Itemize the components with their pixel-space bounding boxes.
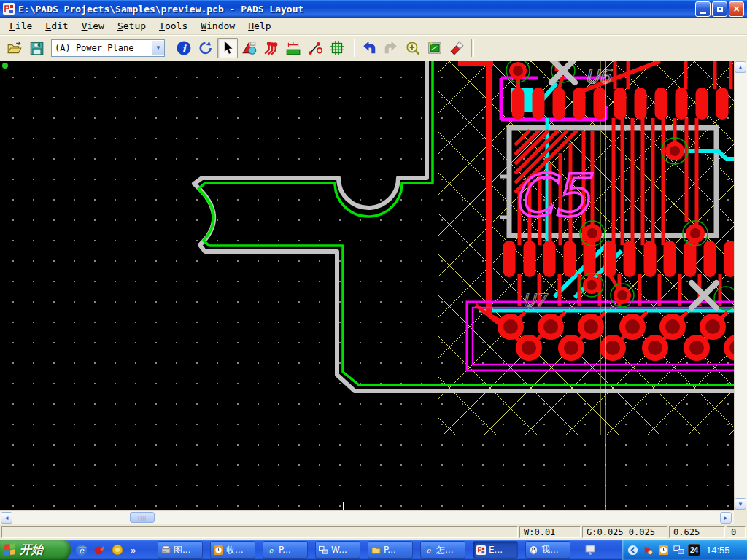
app-icon	[3, 3, 15, 15]
menu-file[interactable]: File	[3, 18, 39, 34]
design-toolbar-icon	[241, 40, 258, 56]
smd-pad[interactable]	[524, 241, 536, 277]
route-toolbar-button[interactable]	[261, 38, 282, 58]
combo-dropdown-icon[interactable]: ▼	[152, 41, 164, 55]
restore-button[interactable]	[712, 1, 727, 17]
smd-pad[interactable]	[573, 88, 586, 120]
horizontal-scroll-thumb[interactable]: ||||	[130, 512, 155, 523]
eraser-icon	[449, 40, 465, 56]
scroll-down-button[interactable]: ▼	[735, 498, 746, 510]
qq-icon	[529, 545, 538, 555]
quicklaunch-overflow-button[interactable]: »	[129, 545, 137, 556]
eco-toolbar-button[interactable]	[327, 38, 347, 58]
menu-tools[interactable]: Tools	[152, 18, 194, 34]
task-buttons: 图...收...eP...W...P...e怎...E...我...	[158, 541, 570, 559]
restore-icon	[717, 7, 723, 12]
smd-pad[interactable]	[644, 241, 657, 277]
via-hole	[617, 290, 627, 300]
drill-hole	[648, 341, 662, 355]
menu-window[interactable]: Window	[194, 18, 241, 34]
network-icon	[319, 545, 328, 555]
menu-edit[interactable]: Edit	[39, 18, 74, 34]
tray-red-app-icon[interactable]	[642, 544, 654, 556]
smd-pad[interactable]	[655, 88, 667, 120]
menu-setup[interactable]: Setup	[111, 18, 152, 34]
start-button[interactable]: 开始	[0, 540, 71, 560]
zoom-button[interactable]	[403, 38, 423, 58]
eco-toolbar-icon	[329, 40, 345, 56]
smd-pad[interactable]	[553, 88, 565, 120]
tray-calendar-icon[interactable]: 24	[688, 544, 700, 556]
taskbar-task-4[interactable]: W...	[315, 541, 360, 559]
pcb-canvas[interactable]: U6C5U7	[0, 61, 734, 510]
ref-designator-c5: C5	[512, 162, 593, 230]
hide-icons-chevron-icon[interactable]	[627, 544, 638, 556]
layer-combo[interactable]: (A) Power Plane ▼	[51, 39, 165, 57]
vertical-scrollbar[interactable]: ▲ ▼	[734, 61, 747, 510]
smd-pad[interactable]	[704, 241, 716, 277]
redo-button[interactable]	[381, 38, 401, 58]
language-indicator-icon[interactable]	[584, 543, 597, 556]
taskbar-task-3[interactable]: eP...	[263, 541, 308, 559]
zoom-icon	[405, 40, 421, 56]
smd-pad[interactable]	[594, 88, 606, 120]
taskbar-task-1[interactable]: 图...	[158, 541, 203, 559]
minimize-button[interactable]	[695, 1, 711, 17]
tray-clock-time: 14:55	[706, 545, 730, 556]
taskbar-task-7[interactable]: E...	[473, 541, 518, 559]
ie-quicklaunch-icon[interactable]: e	[74, 543, 88, 556]
drafting-toolbar-button[interactable]	[305, 38, 325, 58]
taskbar-task-8[interactable]: 我...	[525, 541, 570, 559]
media-player-quicklaunch-icon[interactable]	[93, 543, 106, 556]
tray-clock-icon[interactable]	[657, 544, 669, 556]
taskbar-task-2[interactable]: 收...	[210, 541, 255, 559]
smd-pad[interactable]	[724, 241, 735, 277]
scroll-left-button[interactable]: ◄	[1, 512, 12, 524]
smd-pad[interactable]	[624, 241, 636, 277]
image-icon	[161, 545, 171, 555]
redraw-button[interactable]	[196, 38, 216, 58]
open-button[interactable]	[4, 38, 25, 58]
smd-pad[interactable]	[564, 241, 576, 277]
smd-pad[interactable]	[614, 88, 627, 120]
smd-pad[interactable]	[503, 241, 516, 277]
undo-icon	[361, 40, 377, 56]
smd-pad[interactable]	[676, 88, 688, 120]
via-hole	[670, 146, 680, 156]
smd-pad[interactable]	[635, 88, 647, 120]
svg-text:x: x	[292, 40, 295, 45]
taskbar-task-6[interactable]: e怎...	[420, 541, 465, 559]
horizontal-scrollbar[interactable]: ◄ |||| ►	[0, 510, 734, 524]
taskbar-task-5[interactable]: P...	[368, 541, 413, 559]
toolbar-separator	[471, 39, 474, 57]
smd-pad[interactable]	[543, 241, 556, 277]
yellow-app-quicklaunch-icon[interactable]	[111, 543, 124, 556]
eraser-button[interactable]	[446, 38, 467, 58]
dimension-toolbar-button[interactable]: x	[283, 38, 303, 58]
smd-pad[interactable]	[664, 241, 676, 277]
via-hole	[587, 280, 597, 290]
smd-pad[interactable]	[512, 88, 525, 120]
save-button[interactable]	[26, 38, 47, 58]
smd-pad[interactable]	[696, 88, 708, 120]
selection-mode-button[interactable]	[217, 38, 238, 58]
menu-view[interactable]: View	[75, 18, 111, 34]
menu-help[interactable]: Help	[241, 18, 277, 34]
scroll-up-button[interactable]: ▲	[735, 61, 746, 73]
close-button[interactable]: ×	[729, 1, 744, 17]
layer-combo-value: (A) Power Plane	[52, 43, 152, 53]
task-label: 图...	[174, 544, 190, 556]
smd-pad[interactable]	[716, 88, 729, 120]
info-button[interactable]: i	[174, 38, 194, 58]
scroll-right-button[interactable]: ►	[720, 512, 732, 524]
smd-pad[interactable]	[533, 88, 545, 120]
undo-button[interactable]	[359, 38, 379, 58]
titlebar: E:\PADS Projects\Samples\preview.pcb - P…	[0, 0, 747, 18]
start-label: 开始	[20, 542, 43, 558]
windows-logo-icon	[4, 543, 16, 556]
tray-network-icon[interactable]	[673, 544, 684, 556]
board-view-button[interactable]	[425, 38, 445, 58]
design-toolbar-button[interactable]	[239, 38, 260, 58]
task-label: 收...	[226, 544, 243, 556]
drill-hole	[665, 319, 680, 334]
